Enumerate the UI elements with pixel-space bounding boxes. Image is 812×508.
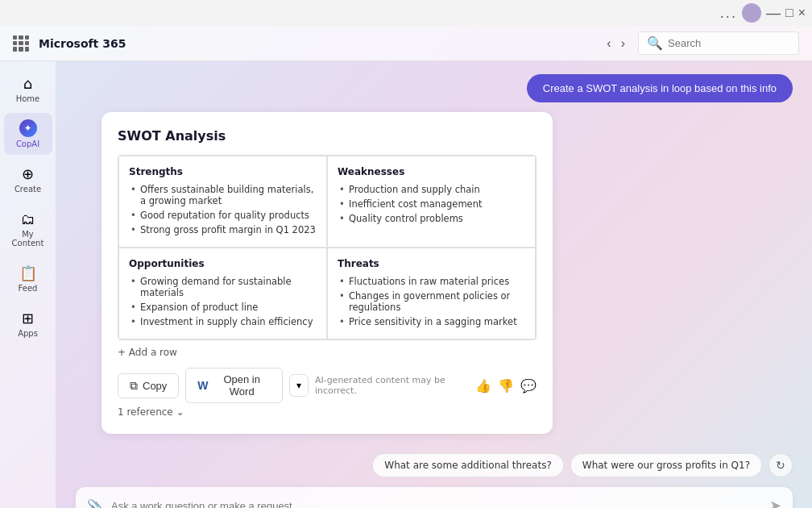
create-icon: ⊕	[19, 164, 37, 182]
nav-back-button[interactable]: ‹	[603, 35, 614, 52]
nav-forward-button[interactable]: ›	[618, 35, 628, 52]
feedback-area: AI-generated content may be incorrect. 👍…	[315, 375, 536, 396]
sidebar-item-apps[interactable]: ⊞ Apps	[4, 302, 52, 344]
threats-label: Threats	[338, 258, 525, 269]
chat-input[interactable]	[111, 500, 761, 509]
sidebar: ⌂ Home ✦ CopAI ⊕ Create 🗂 My Content 📋 F…	[0, 61, 56, 508]
reference-label: 1 reference	[118, 406, 173, 418]
sidebar-item-create[interactable]: ⊕ Create	[4, 158, 52, 200]
nav-arrows: ‹ ›	[603, 35, 628, 52]
list-item: Offers sustainable building materials, a…	[129, 182, 317, 208]
swot-grid: Strengths Offers sustainable building ma…	[118, 155, 536, 340]
sidebar-item-home[interactable]: ⌂ Home	[4, 68, 52, 110]
mycontent-icon: 🗂	[19, 210, 37, 227]
attach-button[interactable]: 📎	[87, 498, 103, 509]
close-button[interactable]: ×	[798, 6, 806, 20]
suggestion-chip-2[interactable]: What were our gross profits in Q1?	[570, 453, 762, 477]
open-word-button[interactable]: W Open in Word	[185, 368, 283, 403]
threats-list: Fluctuations in raw material prices Chan…	[338, 274, 525, 329]
ai-disclaimer: AI-generated content may be incorrect.	[315, 375, 469, 396]
swot-title: SWOT Analysis	[118, 128, 536, 144]
reference-row[interactable]: 1 reference ⌄	[118, 406, 536, 418]
input-bar: 📎 ➤	[76, 487, 793, 508]
copy-button[interactable]: ⧉ Copy	[118, 373, 179, 398]
apps-icon: ⊞	[19, 309, 37, 327]
maximize-button[interactable]: □	[785, 6, 793, 20]
thumbs-down-button[interactable]: 👎	[498, 378, 514, 393]
chevron-down-icon: ⌄	[176, 406, 184, 418]
copilot-icon: ✦	[19, 119, 37, 137]
copy-label: Copy	[143, 380, 167, 392]
swot-threats-cell: Threats Fluctuations in raw material pri…	[327, 248, 536, 339]
list-item: Growing demand for sustainable materials	[129, 274, 317, 300]
home-icon: ⌂	[19, 74, 37, 92]
swot-strengths-cell: Strengths Offers sustainable building ma…	[118, 156, 327, 248]
create-swot-button[interactable]: Create a SWOT analysis in loop based on …	[527, 74, 793, 102]
add-row-button[interactable]: + Add a row	[118, 347, 536, 358]
sidebar-label-home: Home	[16, 94, 40, 103]
more-button[interactable]: ...	[720, 6, 737, 21]
sidebar-label-create: Create	[14, 185, 41, 194]
suggestion-chip-1[interactable]: What are some additional threats?	[372, 453, 564, 477]
list-item: Changes in government policies or regula…	[338, 289, 525, 314]
sidebar-label-mycontent: My Content	[12, 230, 44, 248]
refresh-suggestions-button[interactable]: ↻	[768, 453, 793, 477]
list-item: Production and supply chain	[338, 182, 525, 197]
send-button[interactable]: ➤	[769, 497, 781, 508]
open-word-label: Open in Word	[213, 373, 271, 398]
list-item: Good reputation for quality products	[129, 208, 317, 223]
opportunities-label: Opportunities	[129, 258, 317, 269]
sidebar-item-copilot[interactable]: ✦ CopAI	[4, 113, 52, 155]
user-avatar[interactable]	[742, 3, 761, 23]
list-item: Expansion of product line	[129, 300, 317, 314]
swot-weaknesses-cell: Weaknesses Production and supply chain I…	[327, 156, 536, 248]
sidebar-label-feed: Feed	[19, 284, 38, 293]
main-panel: Create a SWOT analysis in loop based on …	[56, 61, 812, 508]
list-item: Inefficient cost management	[338, 197, 525, 211]
search-icon: 🔍	[647, 35, 663, 51]
sidebar-item-mycontent[interactable]: 🗂 My Content	[4, 203, 52, 254]
copy-icon: ⧉	[130, 379, 138, 393]
card-actions: ⧉ Copy W Open in Word ▾ AI-generated con…	[118, 368, 536, 403]
sidebar-item-feed[interactable]: 📋 Feed	[4, 257, 52, 299]
sidebar-label-apps: Apps	[18, 329, 38, 338]
suggestions-row: What are some additional threats? What w…	[69, 453, 793, 477]
comment-button[interactable]: 💬	[520, 378, 536, 393]
weaknesses-label: Weaknesses	[338, 166, 525, 177]
app-grid-icon[interactable]	[13, 35, 29, 52]
open-word-dropdown[interactable]: ▾	[289, 374, 309, 397]
strengths-list: Offers sustainable building materials, a…	[129, 182, 317, 237]
top-bar: Microsoft 365 ‹ › 🔍	[0, 26, 812, 61]
thumbs-up-button[interactable]: 👍	[475, 378, 491, 393]
app-title: Microsoft 365	[39, 37, 126, 50]
sidebar-label-copilot: CopAI	[16, 139, 39, 148]
list-item: Investment in supply chain efficiency	[129, 314, 317, 329]
weaknesses-list: Production and supply chain Inefficient …	[338, 182, 525, 226]
list-item: Fluctuations in raw material prices	[338, 274, 525, 289]
search-bar[interactable]: 🔍	[638, 31, 799, 55]
feed-icon: 📋	[19, 264, 37, 281]
app-container: Microsoft 365 ‹ › 🔍 ⌂ Home ✦ CopAI ⊕ Cre…	[0, 26, 812, 508]
minimize-button[interactable]: —	[766, 5, 781, 22]
swot-opportunities-cell: Opportunities Growing demand for sustain…	[118, 248, 327, 339]
swot-card: SWOT Analysis Strengths Offers sustainab…	[102, 112, 553, 434]
search-input[interactable]	[668, 37, 790, 49]
opportunities-list: Growing demand for sustainable materials…	[129, 274, 317, 329]
window-chrome: ... — □ ×	[0, 0, 812, 26]
strengths-label: Strengths	[129, 166, 317, 177]
list-item: Strong gross profit margin in Q1 2023	[129, 223, 317, 237]
word-icon: W	[197, 379, 208, 392]
list-item: Price sensitivity in a sagging market	[338, 314, 525, 329]
content-area: ⌂ Home ✦ CopAI ⊕ Create 🗂 My Content 📋 F…	[0, 61, 812, 508]
list-item: Quality control problems	[338, 211, 525, 226]
